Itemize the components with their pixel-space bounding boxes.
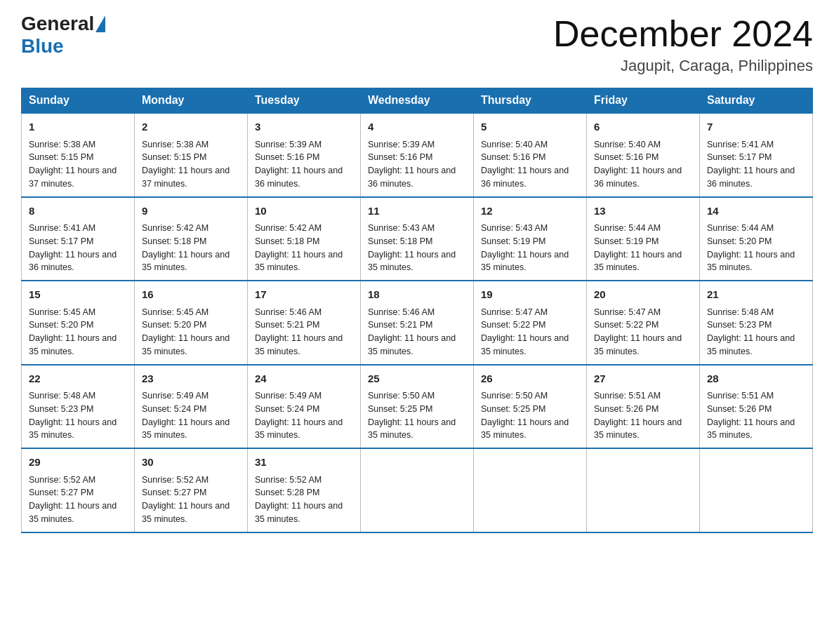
- day-info: Sunrise: 5:52 AMSunset: 5:28 PMDaylight:…: [255, 474, 353, 526]
- day-number: 5: [481, 119, 579, 135]
- day-info: Sunrise: 5:45 AMSunset: 5:20 PMDaylight:…: [29, 306, 127, 358]
- day-number: 30: [142, 455, 240, 471]
- calendar-cell: [361, 448, 474, 532]
- calendar-cell: 23Sunrise: 5:49 AMSunset: 5:24 PMDayligh…: [135, 365, 248, 449]
- logo-general: General: [21, 14, 94, 34]
- day-number: 3: [255, 119, 353, 135]
- day-number: 1: [29, 119, 127, 135]
- logo-triangle-icon: [95, 15, 105, 32]
- calendar-cell: 2Sunrise: 5:38 AMSunset: 5:15 PMDaylight…: [135, 113, 248, 197]
- day-number: 16: [142, 287, 240, 303]
- day-number: 19: [481, 287, 579, 303]
- calendar-cell: 22Sunrise: 5:48 AMSunset: 5:23 PMDayligh…: [22, 365, 135, 449]
- calendar-cell: 11Sunrise: 5:43 AMSunset: 5:18 PMDayligh…: [361, 197, 474, 281]
- day-info: Sunrise: 5:47 AMSunset: 5:22 PMDaylight:…: [594, 306, 692, 358]
- calendar-cell: 21Sunrise: 5:48 AMSunset: 5:23 PMDayligh…: [700, 281, 813, 365]
- day-info: Sunrise: 5:39 AMSunset: 5:16 PMDaylight:…: [368, 138, 466, 191]
- calendar-cell: 10Sunrise: 5:42 AMSunset: 5:18 PMDayligh…: [248, 197, 361, 281]
- day-info: Sunrise: 5:41 AMSunset: 5:17 PMDaylight:…: [29, 222, 127, 274]
- calendar-week-row: 22Sunrise: 5:48 AMSunset: 5:23 PMDayligh…: [22, 365, 813, 449]
- day-info: Sunrise: 5:41 AMSunset: 5:17 PMDaylight:…: [707, 138, 805, 191]
- day-info: Sunrise: 5:52 AMSunset: 5:27 PMDaylight:…: [142, 474, 240, 526]
- day-number: 9: [142, 203, 240, 220]
- calendar-cell: 27Sunrise: 5:51 AMSunset: 5:26 PMDayligh…: [587, 365, 700, 449]
- day-info: Sunrise: 5:39 AMSunset: 5:16 PMDaylight:…: [255, 138, 353, 191]
- calendar-header-wednesday: Wednesday: [361, 88, 474, 114]
- calendar-cell: 25Sunrise: 5:50 AMSunset: 5:25 PMDayligh…: [361, 365, 474, 449]
- day-info: Sunrise: 5:38 AMSunset: 5:15 PMDaylight:…: [142, 138, 240, 191]
- day-info: Sunrise: 5:46 AMSunset: 5:21 PMDaylight:…: [368, 306, 466, 358]
- day-info: Sunrise: 5:43 AMSunset: 5:19 PMDaylight:…: [481, 222, 579, 274]
- calendar-cell: 18Sunrise: 5:46 AMSunset: 5:21 PMDayligh…: [361, 281, 474, 365]
- calendar-cell: 31Sunrise: 5:52 AMSunset: 5:28 PMDayligh…: [248, 448, 361, 532]
- calendar-cell: [587, 448, 700, 532]
- day-number: 21: [707, 287, 805, 303]
- calendar-cell: 29Sunrise: 5:52 AMSunset: 5:27 PMDayligh…: [22, 448, 135, 532]
- calendar-week-row: 15Sunrise: 5:45 AMSunset: 5:20 PMDayligh…: [22, 281, 813, 365]
- calendar-cell: 14Sunrise: 5:44 AMSunset: 5:20 PMDayligh…: [700, 197, 813, 281]
- day-number: 17: [255, 287, 353, 303]
- day-info: Sunrise: 5:51 AMSunset: 5:26 PMDaylight:…: [594, 389, 692, 442]
- day-number: 6: [594, 119, 692, 135]
- day-number: 7: [707, 119, 805, 135]
- location-title: Jagupit, Caraga, Philippines: [553, 57, 813, 75]
- calendar-cell: 12Sunrise: 5:43 AMSunset: 5:19 PMDayligh…: [474, 197, 587, 281]
- calendar-cell: 26Sunrise: 5:50 AMSunset: 5:25 PMDayligh…: [474, 365, 587, 449]
- day-number: 18: [368, 287, 466, 303]
- title-area: December 2024 Jagupit, Caraga, Philippin…: [553, 14, 813, 75]
- day-info: Sunrise: 5:40 AMSunset: 5:16 PMDaylight:…: [481, 138, 579, 191]
- day-number: 29: [29, 455, 127, 471]
- day-info: Sunrise: 5:44 AMSunset: 5:19 PMDaylight:…: [594, 222, 692, 274]
- day-number: 15: [29, 287, 127, 303]
- header: General Blue December 2024 Jagupit, Cara…: [21, 14, 813, 75]
- day-number: 12: [481, 203, 579, 220]
- calendar-cell: 13Sunrise: 5:44 AMSunset: 5:19 PMDayligh…: [587, 197, 700, 281]
- calendar-cell: 19Sunrise: 5:47 AMSunset: 5:22 PMDayligh…: [474, 281, 587, 365]
- calendar-cell: 6Sunrise: 5:40 AMSunset: 5:16 PMDaylight…: [587, 113, 700, 197]
- day-info: Sunrise: 5:50 AMSunset: 5:25 PMDaylight:…: [368, 389, 466, 442]
- calendar-cell: [700, 448, 813, 532]
- day-number: 27: [594, 371, 692, 387]
- calendar-cell: 24Sunrise: 5:49 AMSunset: 5:24 PMDayligh…: [248, 365, 361, 449]
- day-info: Sunrise: 5:48 AMSunset: 5:23 PMDaylight:…: [29, 389, 127, 442]
- calendar-cell: [474, 448, 587, 532]
- day-number: 4: [368, 119, 466, 135]
- day-number: 28: [707, 371, 805, 387]
- day-info: Sunrise: 5:51 AMSunset: 5:26 PMDaylight:…: [707, 389, 805, 442]
- day-info: Sunrise: 5:48 AMSunset: 5:23 PMDaylight:…: [707, 306, 805, 358]
- calendar-cell: 9Sunrise: 5:42 AMSunset: 5:18 PMDaylight…: [135, 197, 248, 281]
- day-number: 10: [255, 203, 353, 220]
- day-info: Sunrise: 5:49 AMSunset: 5:24 PMDaylight:…: [255, 389, 353, 442]
- day-info: Sunrise: 5:42 AMSunset: 5:18 PMDaylight:…: [255, 222, 353, 274]
- calendar-header-monday: Monday: [135, 88, 248, 114]
- calendar-cell: 28Sunrise: 5:51 AMSunset: 5:26 PMDayligh…: [700, 365, 813, 449]
- day-number: 2: [142, 119, 240, 135]
- day-info: Sunrise: 5:52 AMSunset: 5:27 PMDaylight:…: [29, 474, 127, 526]
- logo-area: General Blue: [21, 14, 105, 58]
- calendar-week-row: 29Sunrise: 5:52 AMSunset: 5:27 PMDayligh…: [22, 448, 813, 532]
- day-number: 23: [142, 371, 240, 387]
- calendar-header-thursday: Thursday: [474, 88, 587, 114]
- calendar-cell: 16Sunrise: 5:45 AMSunset: 5:20 PMDayligh…: [135, 281, 248, 365]
- calendar-header-saturday: Saturday: [700, 88, 813, 114]
- calendar-header-tuesday: Tuesday: [248, 88, 361, 114]
- calendar-cell: 4Sunrise: 5:39 AMSunset: 5:16 PMDaylight…: [361, 113, 474, 197]
- calendar-cell: 30Sunrise: 5:52 AMSunset: 5:27 PMDayligh…: [135, 448, 248, 532]
- day-info: Sunrise: 5:40 AMSunset: 5:16 PMDaylight:…: [594, 138, 692, 191]
- day-number: 25: [368, 371, 466, 387]
- day-info: Sunrise: 5:43 AMSunset: 5:18 PMDaylight:…: [368, 222, 466, 274]
- day-number: 31: [255, 455, 353, 471]
- day-number: 24: [255, 371, 353, 387]
- calendar-header-friday: Friday: [587, 88, 700, 114]
- calendar-cell: 8Sunrise: 5:41 AMSunset: 5:17 PMDaylight…: [22, 197, 135, 281]
- logo-text: General: [21, 14, 105, 34]
- calendar-header-sunday: Sunday: [22, 88, 135, 114]
- calendar-cell: 5Sunrise: 5:40 AMSunset: 5:16 PMDaylight…: [474, 113, 587, 197]
- calendar-cell: 1Sunrise: 5:38 AMSunset: 5:15 PMDaylight…: [22, 113, 135, 197]
- day-info: Sunrise: 5:38 AMSunset: 5:15 PMDaylight:…: [29, 138, 127, 191]
- calendar-cell: 7Sunrise: 5:41 AMSunset: 5:17 PMDaylight…: [700, 113, 813, 197]
- day-number: 13: [594, 203, 692, 220]
- day-number: 26: [481, 371, 579, 387]
- calendar-cell: 17Sunrise: 5:46 AMSunset: 5:21 PMDayligh…: [248, 281, 361, 365]
- calendar-table: SundayMondayTuesdayWednesdayThursdayFrid…: [21, 88, 813, 533]
